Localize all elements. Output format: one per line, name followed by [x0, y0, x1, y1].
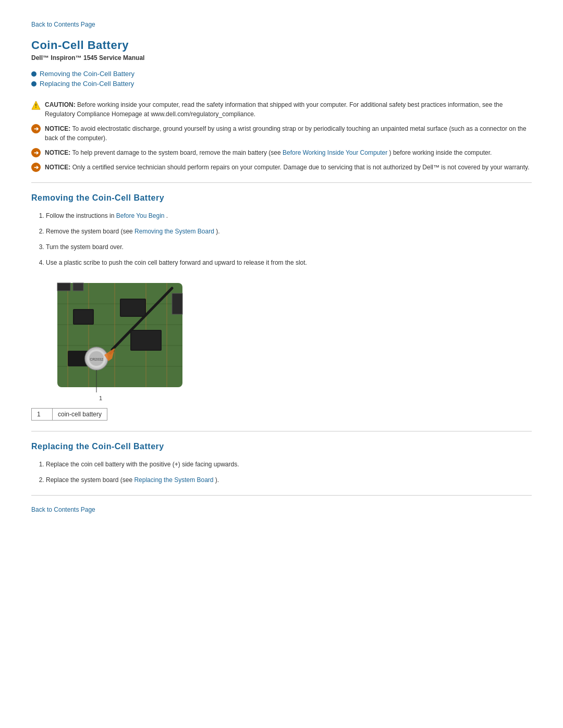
notice-1: ➔ NOTICE: To avoid electrostatic dischar…	[31, 124, 532, 143]
notice-3-text: NOTICE: Only a certified service technic…	[45, 163, 530, 172]
notice-2-link[interactable]: Before Working Inside Your Computer	[283, 149, 387, 156]
notice-3: ➔ NOTICE: Only a certified service techn…	[31, 163, 532, 172]
divider-2	[31, 431, 532, 431]
removing-section: Removing the Coin-Cell Battery Follow th…	[31, 193, 532, 421]
notice-arrow-1: ➔	[31, 124, 41, 133]
caution-icon: !	[31, 101, 41, 110]
toc-list: Removing the Coin-Cell Battery Replacing…	[31, 70, 532, 88]
removing-system-board-link[interactable]: Removing the System Board	[134, 228, 214, 235]
notice-caution: ! CAUTION: Before working inside your co…	[31, 100, 532, 119]
legend-number: 1	[32, 409, 53, 421]
removing-step-4: Use a plastic scribe to push the coin ce…	[46, 258, 532, 267]
replacing-step-2: Replace the system board (see Replacing …	[46, 475, 532, 485]
replacing-step-1: Replace the coin cell battery with the p…	[46, 460, 532, 469]
notice-2-text: NOTICE: To help prevent damage to the sy…	[45, 148, 492, 157]
removing-step-2: Remove the system board (see Removing th…	[46, 227, 532, 236]
svg-rect-17	[131, 331, 161, 350]
pcb-image: CR2032 1	[52, 278, 198, 403]
replacing-system-board-link[interactable]: Replacing the System Board	[134, 476, 213, 484]
notice-caution-text: CAUTION: Before working inside your comp…	[45, 100, 532, 119]
notice-2: ➔ NOTICE: To help prevent damage to the …	[31, 148, 532, 157]
svg-rect-15	[121, 300, 145, 316]
svg-text:CR2032: CR2032	[90, 357, 103, 361]
svg-rect-24	[73, 283, 83, 291]
toc-item-removing: Removing the Coin-Cell Battery	[31, 70, 532, 78]
svg-rect-2	[57, 283, 182, 387]
toc-bullet-1	[31, 71, 36, 77]
svg-rect-23	[57, 283, 70, 291]
pcb-svg: CR2032 1	[52, 278, 198, 408]
replacing-heading: Replacing the Coin-Cell Battery	[31, 442, 532, 451]
divider-1	[31, 182, 532, 183]
notice-arrow-2: ➔	[31, 148, 41, 157]
removing-step-3: Turn the system board over.	[46, 242, 532, 252]
replacing-section: Replacing the Coin-Cell Battery Replace …	[31, 442, 532, 485]
page-title: Coin-Cell Battery	[31, 39, 532, 52]
legend-row: 1 coin-cell battery	[32, 409, 107, 421]
toc-bullet-2	[31, 81, 36, 87]
toc-link-replacing[interactable]: Replacing the Coin-Cell Battery	[40, 80, 134, 88]
legend-table: 1 coin-cell battery	[31, 408, 107, 421]
back-link-top[interactable]: Back to Contents Page	[31, 21, 532, 28]
removing-step-1: Follow the instructions in Before You Be…	[46, 211, 532, 220]
divider-3	[31, 495, 532, 496]
notice-arrow-3: ➔	[31, 163, 41, 172]
before-you-begin-link[interactable]: Before You Begin	[116, 212, 165, 219]
pcb-image-container: CR2032 1	[31, 278, 532, 421]
toc-link-removing[interactable]: Removing the Coin-Cell Battery	[40, 70, 134, 78]
replacing-steps-list: Replace the coin cell battery with the p…	[31, 460, 532, 485]
legend-label: coin-cell battery	[53, 409, 107, 421]
back-link-bottom[interactable]: Back to Contents Page	[31, 506, 532, 513]
toc-item-replacing: Replacing the Coin-Cell Battery	[31, 80, 532, 88]
svg-rect-13	[74, 310, 93, 324]
removing-steps-list: Follow the instructions in Before You Be…	[31, 211, 532, 267]
svg-rect-25	[172, 293, 182, 314]
notices-section: ! CAUTION: Before working inside your co…	[31, 100, 532, 172]
page-subtitle: Dell™ Inspiron™ 1545 Service Manual	[31, 54, 532, 61]
svg-text:!: !	[35, 103, 36, 109]
svg-text:1: 1	[99, 395, 102, 401]
notice-1-text: NOTICE: To avoid electrostatic discharge…	[45, 124, 532, 143]
removing-heading: Removing the Coin-Cell Battery	[31, 193, 532, 203]
